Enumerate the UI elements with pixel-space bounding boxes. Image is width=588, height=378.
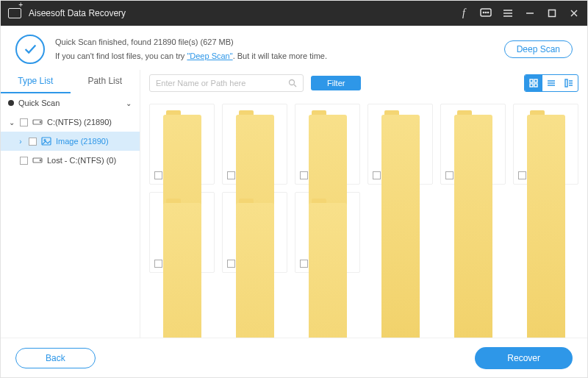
filter-button[interactable]: Filter (311, 76, 361, 90)
titlebar: Aiseesoft Data Recovery f (1, 1, 587, 26)
back-button[interactable]: Back (15, 348, 96, 368)
search-placeholder: Enter Name or Path here (156, 79, 288, 88)
svg-point-1 (483, 12, 484, 13)
toolbar: Enter Name or Path here Filter (140, 70, 587, 96)
svg-rect-20 (534, 79, 537, 82)
tree-drive-lost[interactable]: › Lost - C:(NTFS) (0) (1, 151, 140, 170)
tab-path-list[interactable]: Path List (71, 70, 140, 93)
chevron-right-icon[interactable]: › (17, 138, 24, 146)
folder-icon (309, 199, 347, 229)
maximize-icon[interactable] (546, 7, 558, 19)
status-line-2: If you can't find lost files, you can tr… (55, 49, 494, 63)
feedback-icon[interactable] (480, 7, 492, 19)
checkbox[interactable] (20, 118, 28, 126)
svg-point-3 (487, 12, 488, 13)
folder-icon (381, 110, 420, 141)
folder-card[interactable]: JPG (222, 104, 287, 185)
folder-icon (454, 110, 492, 141)
drive-icon (32, 157, 43, 164)
check-icon (15, 35, 45, 64)
app-icon (8, 8, 21, 18)
app-title: Aiseesoft Data Recovery (29, 8, 458, 18)
footer: Back Recover (1, 338, 587, 377)
tree-image[interactable]: › Image (21890) (1, 132, 140, 151)
folder-card[interactable]: SVG (368, 104, 433, 185)
svg-rect-26 (565, 79, 567, 87)
svg-point-16 (40, 160, 41, 161)
tab-type-list[interactable]: Type List (1, 70, 71, 93)
folder-icon (236, 199, 274, 229)
main-panel: Enter Name or Path here Filter PNGJPGGIF… (140, 70, 587, 348)
svg-rect-21 (530, 84, 533, 87)
svg-point-12 (40, 121, 41, 123)
tree: Quick Scan ⌄ ⌄ C:(NTFS) (21890) › Image … (1, 93, 140, 170)
status-line-1: Quick Scan finished, found 21890 file(s)… (55, 35, 494, 49)
chevron-down-icon[interactable]: ⌄ (8, 118, 15, 126)
search-input[interactable]: Enter Name or Path here (149, 74, 304, 92)
folder-icon (309, 110, 347, 141)
checkbox[interactable] (20, 157, 28, 165)
folder-card[interactable]: ICO (440, 104, 506, 185)
checkbox[interactable] (29, 138, 37, 146)
recover-button[interactable]: Recover (475, 347, 573, 369)
dot-icon (8, 100, 14, 106)
deep-scan-link[interactable]: "Deep Scan" (187, 51, 232, 60)
close-icon[interactable] (568, 7, 580, 19)
view-toggle (524, 74, 578, 92)
folder-card[interactable]: BMP (513, 104, 578, 185)
folder-card[interactable]: SWF (295, 192, 360, 273)
image-label: Image (21890) (56, 137, 109, 146)
sidebar: Type List Path List Quick Scan ⌄ ⌄ C:(NT… (1, 70, 140, 348)
view-list-button[interactable] (542, 75, 560, 91)
svg-point-17 (290, 80, 295, 85)
folder-icon (163, 110, 201, 141)
minimize-icon[interactable] (524, 7, 536, 19)
folder-card[interactable]: PNG (149, 104, 215, 185)
drive-icon (32, 118, 43, 126)
folder-icon (236, 110, 274, 141)
svg-rect-8 (549, 10, 556, 17)
folder-icon (163, 199, 201, 229)
svg-rect-19 (530, 79, 533, 82)
svg-line-18 (294, 85, 296, 87)
folder-grid: PNGJPGGIFSVGICOBMPTIFJPEGSWF (140, 96, 587, 348)
folder-card[interactable]: JPEG (222, 192, 287, 273)
facebook-icon[interactable]: f (458, 7, 470, 19)
drive-label: C:(NTFS) (21890) (47, 118, 112, 126)
view-detail-button[interactable] (560, 75, 578, 91)
chevron-down-icon[interactable]: ⌄ (125, 99, 132, 107)
view-grid-button[interactable] (525, 75, 542, 91)
folder-icon (527, 110, 565, 141)
search-icon (288, 79, 297, 88)
tree-drive-c[interactable]: ⌄ C:(NTFS) (21890) (1, 113, 140, 132)
image-icon (41, 137, 51, 146)
folder-card[interactable]: GIF (295, 104, 360, 185)
drive-label: Lost - C:(NTFS) (0) (47, 156, 116, 165)
svg-point-14 (44, 140, 46, 141)
svg-rect-22 (534, 84, 537, 87)
folder-card[interactable]: TIF (149, 192, 215, 273)
tree-quick-scan[interactable]: Quick Scan ⌄ (1, 93, 140, 113)
status-strip: Quick Scan finished, found 21890 file(s)… (1, 26, 587, 70)
deep-scan-button[interactable]: Deep Scan (504, 40, 573, 58)
menu-icon[interactable] (502, 7, 514, 19)
svg-point-2 (485, 12, 486, 13)
